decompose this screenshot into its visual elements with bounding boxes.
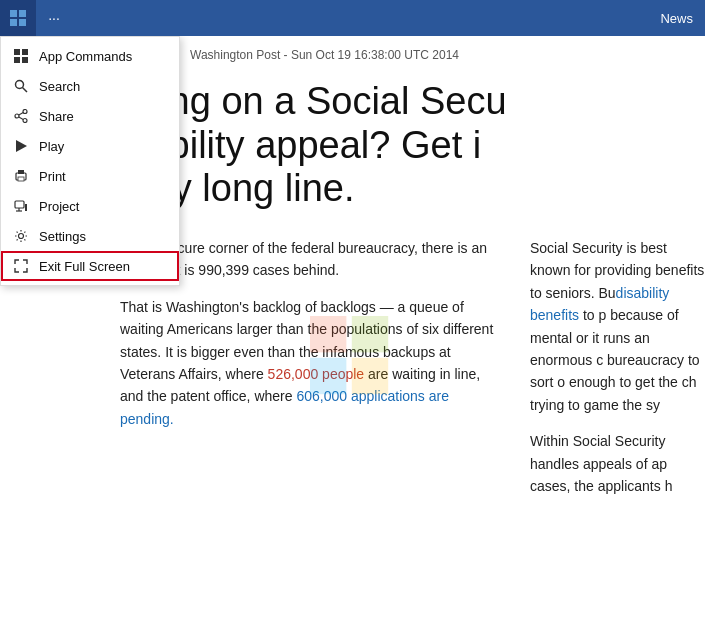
more-button[interactable]: ··· (36, 0, 72, 36)
svg-line-13 (19, 113, 23, 116)
svg-rect-0 (310, 316, 346, 352)
menu-item-app-commands[interactable]: App Commands (1, 41, 179, 71)
menu-item-settings[interactable]: Settings (1, 221, 179, 251)
menu-item-print[interactable]: Print (1, 161, 179, 191)
menu-item-search[interactable]: Search (1, 71, 179, 101)
menu-label-settings: Settings (39, 229, 86, 244)
svg-point-10 (23, 110, 27, 114)
windows-grid-icon (10, 10, 26, 26)
svg-rect-22 (25, 204, 27, 211)
project-icon (13, 198, 29, 214)
svg-rect-18 (18, 177, 24, 181)
link-606k[interactable]: 606,000 applications are pending. (120, 388, 449, 426)
svg-line-9 (23, 88, 28, 93)
svg-point-12 (23, 119, 27, 123)
svg-line-14 (19, 117, 23, 120)
svg-rect-3 (352, 358, 388, 394)
print-icon (13, 168, 29, 184)
svg-rect-6 (14, 57, 20, 63)
menu-label-print: Print (39, 169, 66, 184)
share-icon (13, 108, 29, 124)
svg-rect-2 (310, 358, 346, 394)
svg-rect-17 (18, 170, 24, 174)
svg-point-8 (16, 81, 24, 89)
menu-item-project[interactable]: Project (1, 191, 179, 221)
svg-rect-4 (14, 49, 20, 55)
svg-rect-1 (352, 316, 388, 352)
paragraph-4: Within Social Security handles appeals o… (530, 430, 705, 497)
settings-icon (13, 228, 29, 244)
menu-label-play: Play (39, 139, 64, 154)
svg-point-11 (15, 114, 19, 118)
svg-rect-19 (15, 201, 24, 208)
menu-label-app-commands: App Commands (39, 49, 132, 64)
link-disability[interactable]: disability benefits (530, 285, 669, 323)
svg-rect-5 (22, 49, 28, 55)
menu-item-exit-full-screen[interactable]: Exit Full Screen (1, 251, 179, 281)
play-icon (13, 138, 29, 154)
content-area: Washington Post - Sun Oct 19 16:38:00 UT… (0, 36, 705, 623)
context-menu: App Commands Search Share (0, 36, 180, 286)
menu-label-search: Search (39, 79, 80, 94)
menu-label-exit-full-screen: Exit Full Screen (39, 259, 130, 274)
grid-icon (13, 48, 29, 64)
menu-item-play[interactable]: Play (1, 131, 179, 161)
svg-point-23 (19, 234, 24, 239)
menu-label-share: Share (39, 109, 74, 124)
menu-label-project: Project (39, 199, 79, 214)
windows-watermark (310, 316, 390, 396)
exit-fullscreen-icon (13, 258, 29, 274)
paragraph-3: Social Security is best known for provid… (530, 237, 705, 416)
article-col-right: Social Security is best known for provid… (530, 237, 705, 511)
svg-rect-7 (22, 57, 28, 63)
title-bar: ··· News (0, 0, 705, 36)
search-icon (13, 78, 29, 94)
menu-item-share[interactable]: Share (1, 101, 179, 131)
app-icon-button[interactable] (0, 0, 36, 36)
svg-marker-15 (16, 140, 27, 152)
app-title: News (660, 0, 705, 36)
